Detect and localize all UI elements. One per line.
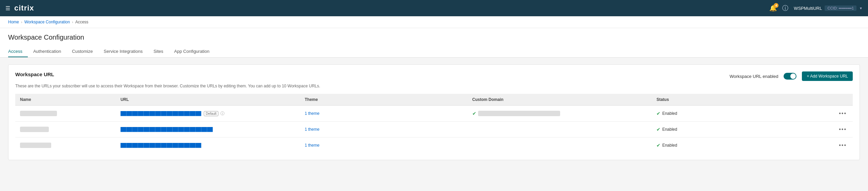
status-label: Enabled	[662, 111, 677, 116]
row-theme-cell: 1 theme	[300, 137, 468, 153]
add-workspace-url-button[interactable]: + Add Workspace URL	[802, 71, 853, 81]
help-button[interactable]: ⓘ	[782, 4, 788, 12]
tab-app-configuration[interactable]: App Configuration	[169, 46, 215, 57]
user-menu[interactable]: WSPMultiURL CCID: ••••••••••1 ▼	[794, 5, 863, 11]
col-header-theme: Theme	[300, 94, 468, 106]
status-check-icon: ✔	[656, 111, 660, 116]
row-name-cell: ████ ████ 2	[15, 122, 116, 137]
table-body: ████████ ████ ██████████████████████████…	[15, 106, 853, 153]
row-url-link[interactable]: ████████████████████████████	[120, 143, 201, 148]
notifications-button[interactable]: 🔔 4	[769, 4, 777, 12]
status-label: Enabled	[662, 127, 677, 132]
workspace-url-table: Name URL Theme Custom Domain Status ████…	[15, 94, 853, 153]
col-header-name: Name	[15, 94, 116, 106]
row-theme-link[interactable]: 1 theme	[305, 127, 319, 132]
main-content: Workspace URL Workspace URL enabled + Ad…	[0, 58, 868, 167]
domain-check-icon: ✔	[472, 111, 476, 116]
row-url-link[interactable]: ████████████████████████████████	[120, 127, 213, 132]
breadcrumb-current: Access	[75, 20, 88, 24]
card-header: Workspace URL Workspace URL enabled + Ad…	[15, 71, 853, 81]
row-domain-cell: ✔ ████████████████████████████	[468, 106, 652, 122]
row-url-cell: ████████████████████████████████	[116, 122, 300, 137]
row-url-link[interactable]: ████████████████████████████	[120, 111, 201, 116]
workspace-url-card: Workspace URL Workspace URL enabled + Ad…	[8, 64, 860, 160]
page-header: Workspace Configuration Access Authentic…	[0, 28, 868, 58]
default-badge: Default	[204, 111, 219, 116]
card-title: Workspace URL	[15, 71, 54, 77]
tab-sites[interactable]: Sites	[148, 46, 169, 57]
row-status-cell: ✔ Enabled	[652, 106, 777, 122]
breadcrumb-sep-1: ›	[21, 20, 22, 24]
nav-right: 🔔 4 ⓘ WSPMultiURL CCID: ••••••••••1 ▼	[769, 4, 863, 12]
col-header-url: URL	[116, 94, 300, 106]
nav-left: ☰ citrix	[5, 4, 34, 13]
breadcrumb-home[interactable]: Home	[8, 20, 19, 24]
table-header: Name URL Theme Custom Domain Status	[15, 94, 853, 106]
row-custom-domain: ████████████████████████████	[478, 111, 560, 116]
row-theme-link[interactable]: 1 theme	[305, 111, 319, 116]
toggle-label: Workspace URL enabled	[730, 74, 778, 79]
row-more-button[interactable]: •••	[837, 126, 848, 133]
top-navigation: ☰ citrix 🔔 4 ⓘ WSPMultiURL CCID: •••••••…	[0, 0, 868, 16]
col-header-custom-domain: Custom Domain	[468, 94, 652, 106]
tabs-bar: Access Authentication Customize Service …	[8, 46, 860, 57]
row-name-cell: ████████ ████	[15, 106, 116, 122]
tab-access[interactable]: Access	[8, 46, 28, 57]
breadcrumb-sep-2: ›	[72, 20, 73, 24]
hamburger-icon[interactable]: ☰	[5, 5, 10, 12]
info-icon[interactable]: ⓘ	[220, 111, 224, 116]
notification-badge: 4	[774, 3, 778, 8]
row-actions-cell: •••	[777, 122, 853, 137]
row-theme-link[interactable]: 1 theme	[305, 143, 319, 148]
row-more-button[interactable]: •••	[837, 110, 848, 117]
row-name-cell: ██████ ████	[15, 137, 116, 153]
card-description: These are the URLs your subscriber will …	[15, 84, 853, 88]
row-name: ████████ ████	[20, 111, 57, 116]
help-icon: ⓘ	[782, 4, 788, 12]
chevron-down-icon: ▼	[859, 6, 863, 10]
page-title: Workspace Configuration	[8, 34, 860, 41]
col-header-actions	[777, 94, 853, 106]
row-domain-cell	[468, 137, 652, 153]
workspace-url-toggle[interactable]	[784, 73, 796, 80]
ccid-label: CCID: ••••••••••1	[825, 5, 856, 11]
row-domain-cell	[468, 122, 652, 137]
card-header-right: Workspace URL enabled + Add Workspace UR…	[730, 71, 853, 81]
breadcrumb-workspace-config[interactable]: Workspace Configuration	[24, 20, 70, 24]
table-row: ██████ ████ ████████████████████████████…	[15, 137, 853, 153]
row-name: ██████ ████	[20, 143, 51, 148]
row-actions-cell: •••	[777, 137, 853, 153]
tab-authentication[interactable]: Authentication	[28, 46, 66, 57]
username-label: WSPMultiURL	[794, 6, 822, 11]
status-check-icon: ✔	[656, 127, 660, 132]
table-row: ████ ████ 2 ████████████████████████████…	[15, 122, 853, 137]
row-theme-cell: 1 theme	[300, 106, 468, 122]
status-label: Enabled	[662, 143, 677, 148]
status-check-icon: ✔	[656, 143, 660, 148]
row-name: ████ ████ 2	[20, 127, 49, 132]
row-status-cell: ✔ Enabled	[652, 137, 777, 153]
row-status-cell: ✔ Enabled	[652, 122, 777, 137]
citrix-logo: citrix	[14, 4, 34, 13]
row-theme-cell: 1 theme	[300, 122, 468, 137]
row-more-button[interactable]: •••	[837, 142, 848, 149]
col-header-status: Status	[652, 94, 777, 106]
table-row: ████████ ████ ██████████████████████████…	[15, 106, 853, 122]
row-url-cell: ████████████████████████████	[116, 137, 300, 153]
breadcrumb: Home › Workspace Configuration › Access	[0, 16, 868, 28]
card-header-left: Workspace URL	[15, 71, 54, 77]
tab-service-integrations[interactable]: Service Integrations	[98, 46, 148, 57]
row-actions-cell: •••	[777, 106, 853, 122]
row-url-cell: ████████████████████████████ Default ⓘ	[116, 106, 300, 122]
tab-customize[interactable]: Customize	[66, 46, 98, 57]
